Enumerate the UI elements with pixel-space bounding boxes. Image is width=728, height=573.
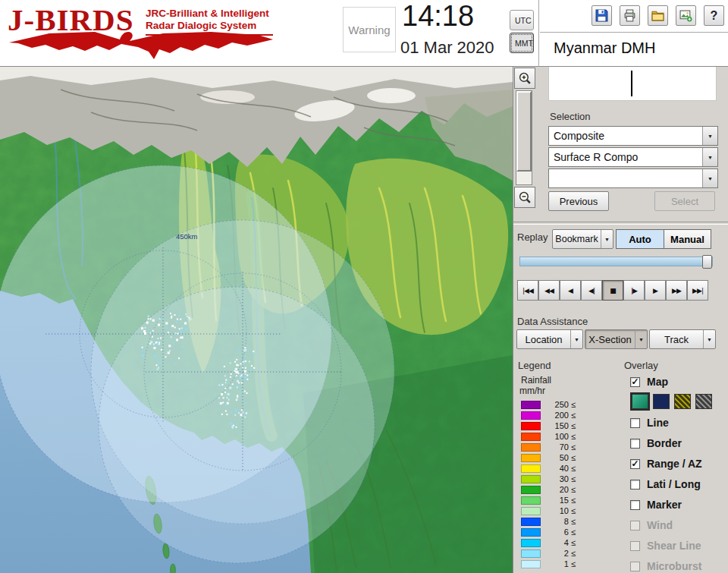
warning-label: Warning [348,24,390,36]
legend-row-label: 10 ≤ [541,506,576,515]
overlay-checkbox-wind: Wind [630,519,702,531]
zoom-in-icon [519,72,532,85]
checkbox[interactable]: ✓ [630,377,640,387]
warning-status-button[interactable]: Warning [343,7,396,52]
legend-row-label: 6 ≤ [541,527,576,537]
playback-step-back-button[interactable]: ◀| [581,280,602,301]
legend-color-swatch [521,507,541,515]
status-input-box[interactable] [548,67,717,101]
dropdown-value: Surface R Compo [554,148,638,166]
print-button[interactable] [620,5,640,26]
control-panel: Selection Composite ▼ Surface R Compo ▼ … [513,67,728,573]
legend-row-label: 20 ≤ [541,485,576,494]
checkbox[interactable] [630,500,640,510]
overlay-checkbox-line[interactable]: Line [630,417,702,429]
overlay-checkbox-range-az[interactable]: ✓Range / AZ [630,458,702,470]
replay-timeline-slider[interactable] [519,257,713,266]
map-style-olive-hatch-swatch[interactable] [674,394,691,409]
composite-dropdown[interactable]: Composite ▼ [548,126,718,146]
help-button[interactable]: ? [704,5,724,26]
checkbox-label: Lati / Long [647,478,701,490]
playback-play-button[interactable]: ▶ [645,280,666,301]
header-vertical-divider [538,0,539,67]
checkbox[interactable] [630,480,640,490]
legend-row: 8 ≤ [521,516,576,527]
map-style-terrain-swatch[interactable] [632,394,648,409]
select-button[interactable]: Select [654,191,715,211]
map-style-swatches [632,394,712,409]
checkbox-label: Range / AZ [647,458,702,470]
app-logo-subtitle: JRC-Brilliant & Intelligent Radar Dialog… [146,8,269,32]
playback-stop-button[interactable]: ■ [602,280,623,301]
checkbox [630,521,640,530]
legend-row-label: 150 ≤ [541,421,576,430]
zoom-out-icon [519,191,532,204]
legend-row-label: 100 ≤ [541,432,576,441]
legend-row-label: 70 ≤ [541,442,576,452]
zoom-scrollbar-thumb[interactable] [516,91,532,172]
radar-map-viewport[interactable]: 450km [0,67,513,573]
data-assistance-track-button[interactable]: Track▼ [649,329,716,349]
playback-first-button[interactable]: |◀◀ [517,280,538,301]
replay-section-label: Replay [517,231,548,243]
save-button[interactable] [592,5,612,26]
bookmark-button[interactable]: Bookmark ▼ [552,229,613,249]
dropdown-arrow-button[interactable]: ▼ [702,127,717,145]
station-name: Myanmar DMH [554,39,655,57]
zoom-in-button[interactable] [514,68,535,89]
legend-row: 1 ≤ [521,559,576,569]
data-assistance-x-section-button[interactable]: X-Section▼ [585,329,648,349]
legend-row-label: 30 ≤ [541,474,576,483]
elevation-dropdown[interactable]: ▼ [548,168,718,188]
zoom-out-button[interactable] [514,187,535,208]
add-image-icon [679,9,692,22]
playback-step-forward-button[interactable]: |▶ [623,280,645,301]
overlay-checkbox-lati-long[interactable]: Lati / Long [630,478,702,490]
map-style-navy-swatch[interactable] [653,394,670,409]
checkbox [630,541,640,551]
chevron-down-icon: ▼ [708,176,713,181]
overlay-section-label: Overlay [624,360,658,371]
add-image-button[interactable] [676,5,696,26]
legend-row: 150 ≤ [521,420,576,431]
chevron-down-icon: ▼ [708,134,713,139]
legend-row: 30 ≤ [521,474,576,484]
legend-color-swatch [521,401,541,409]
replay-auto-toggle[interactable]: Auto [616,229,664,249]
previous-button[interactable]: Previous [548,191,609,211]
playback-play-back-button[interactable]: ◀ [560,280,581,301]
product-dropdown[interactable]: Surface R Compo ▼ [548,147,718,167]
checkbox[interactable] [630,418,640,428]
data-assistance-location-button[interactable]: Location▼ [516,329,583,349]
playback-rewind-button[interactable]: ◀◀ [538,280,560,301]
legend-color-swatch [521,454,541,462]
legend-color-swatch [521,560,541,568]
open-folder-button[interactable] [648,5,668,26]
overlay-checkbox-border[interactable]: Border [630,437,702,449]
dropdown-arrow-button[interactable]: ▼ [702,169,717,187]
legend-row: 40 ≤ [521,463,576,474]
timezone-utc-button[interactable]: UTC [510,10,534,30]
data-assistance-section-label: Data Assistance [517,316,588,327]
overlay-checkbox-marker[interactable]: Marker [630,499,702,511]
legend-row: 20 ≤ [521,484,576,495]
playback-last-button[interactable]: ▶▶| [687,280,708,301]
playback-fast-forward-button[interactable]: ▶▶ [666,280,687,301]
legend-row: 10 ≤ [521,505,576,516]
terrain-radar-map[interactable]: 450km [0,67,513,573]
legend-row-label: 4 ≤ [541,538,576,547]
map-style-gray-hatch-swatch[interactable] [695,394,712,409]
checkbox[interactable] [630,439,640,449]
timezone-mmt-button[interactable]: MMT [510,33,534,53]
range-ring-label: 450km [176,232,198,241]
text-cursor [631,71,632,96]
legend-row-label: 1 ≤ [541,559,576,568]
dropdown-arrow-button[interactable]: ▼ [702,148,717,166]
zoom-scrollbar[interactable] [516,90,532,185]
checkbox[interactable]: ✓ [630,459,640,469]
replay-manual-toggle[interactable]: Manual [664,229,711,249]
open-folder-icon [651,9,664,22]
toolbar: ? [592,5,724,26]
overlay-checkbox-map[interactable]: ✓Map [630,376,668,388]
replay-slider-thumb[interactable] [702,255,712,269]
